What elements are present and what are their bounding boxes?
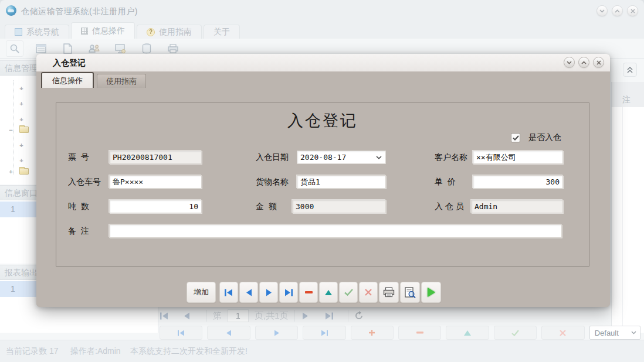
previous-page-icon[interactable] <box>183 312 201 320</box>
folder-icon[interactable] <box>19 127 29 133</box>
check-icon <box>513 135 519 141</box>
entry-checkbox[interactable] <box>511 133 520 142</box>
divider <box>294 310 295 322</box>
add-record-button[interactable] <box>351 326 394 340</box>
edit-record-button[interactable] <box>446 326 489 340</box>
status-operator: 操作者:Admin <box>70 346 121 357</box>
check-icon <box>344 289 353 296</box>
square-icon <box>15 28 22 36</box>
chevrons-up-icon <box>627 67 633 73</box>
next-page-icon[interactable] <box>301 312 318 320</box>
app-logo-icon <box>6 5 16 16</box>
next-record-button[interactable] <box>255 326 298 340</box>
dialog-tab-info-operation[interactable]: 信息操作 <box>41 72 94 88</box>
tree-expand-icon[interactable] <box>19 116 24 123</box>
refresh-icon[interactable] <box>354 311 372 320</box>
confirm-button[interactable] <box>339 282 358 303</box>
dialog-close-button[interactable] <box>593 57 604 68</box>
dialog-tab-user-guide[interactable]: 使用指南 <box>97 74 146 88</box>
dialog-button-bar: 增加 <box>187 282 441 303</box>
remark-field[interactable] <box>109 224 562 238</box>
x-icon <box>365 289 372 296</box>
remark-label: 备 注 <box>68 224 89 238</box>
tab-info-operation[interactable]: 信息操作 <box>71 22 135 39</box>
collapse-panel-button[interactable] <box>623 63 637 77</box>
tree-collapse-icon[interactable] <box>8 127 13 134</box>
close-button[interactable] <box>627 5 638 16</box>
last-record-button[interactable] <box>279 282 298 303</box>
divider <box>206 310 207 322</box>
previous-record-button[interactable] <box>239 282 258 303</box>
truck-no-label: 入仓车号 <box>68 175 101 189</box>
unit-price-label: 单 价 <box>435 175 456 189</box>
run-button[interactable] <box>421 282 441 303</box>
dialog-minimize-button[interactable] <box>564 57 575 68</box>
tree-expand-icon[interactable] <box>19 142 24 149</box>
first-icon <box>224 289 233 296</box>
amount-field[interactable] <box>292 200 386 213</box>
last-record-button[interactable] <box>303 326 345 340</box>
dialog-tab-strip: 信息操作 使用指南 <box>36 71 610 88</box>
window-title: 仓储运输管理系统(非注册用户) <box>21 6 138 17</box>
page-suffix: 页,共1页 <box>255 310 289 322</box>
truck-no-field[interactable] <box>109 175 202 189</box>
cancel-button[interactable] <box>541 326 584 340</box>
style-select[interactable]: Default <box>589 326 640 340</box>
amount-label: 金 额 <box>256 199 277 214</box>
dialog-title: 入仓登记 <box>53 58 86 69</box>
last-page-icon[interactable] <box>324 312 342 320</box>
question-icon: ? <box>147 28 155 36</box>
operator-label: 入 仓 员 <box>435 199 464 214</box>
unit-price-field[interactable] <box>473 175 563 189</box>
goods-name-label: 货物名称 <box>256 175 289 189</box>
previous-record-button[interactable] <box>207 326 250 340</box>
divider <box>348 310 348 322</box>
operator-field[interactable] <box>471 200 563 213</box>
last-icon <box>284 289 293 296</box>
main-tab-strip: 系统导航 信息操作 ? 使用指南 关于 <box>0 22 644 39</box>
customer-name-field[interactable] <box>473 151 563 164</box>
page-number-input[interactable] <box>228 309 249 322</box>
cancel-button[interactable] <box>359 282 378 303</box>
folder-icon[interactable] <box>19 168 29 175</box>
add-button[interactable]: 增加 <box>187 282 216 303</box>
first-record-button[interactable] <box>160 326 202 340</box>
next-record-button[interactable] <box>259 282 278 303</box>
dialog-maximize-button[interactable] <box>578 57 589 68</box>
confirm-button[interactable] <box>494 326 537 340</box>
delete-record-button[interactable] <box>398 326 441 340</box>
first-record-button[interactable] <box>219 282 238 303</box>
dialog-title-bar: 入仓登记 <box>36 54 610 71</box>
form-heading: 入仓登记 <box>56 110 589 131</box>
search-icon[interactable] <box>6 40 23 57</box>
entry-form-panel: 入仓登记 是否入仓 票 号 入仓日期 2020-08-17 <box>56 103 589 267</box>
print-preview-button[interactable] <box>400 282 420 303</box>
status-message: 本系统支持二次开发和全新开发! <box>130 346 248 357</box>
maximize-button[interactable] <box>612 5 623 16</box>
ticket-no-label: 票 号 <box>68 150 89 165</box>
tonnage-field[interactable] <box>109 200 202 213</box>
grid-area <box>611 107 644 333</box>
chevron-down-icon <box>376 156 382 159</box>
grid-header-partial: 注 <box>611 82 644 107</box>
tab-system-nav[interactable]: 系统导航 <box>5 25 69 39</box>
tree-expand-icon[interactable] <box>19 100 24 107</box>
minimize-button[interactable] <box>596 5 608 16</box>
ticket-no-field[interactable] <box>109 151 202 164</box>
status-bar: 当前记录数 17 操作者:Admin 本系统支持二次开发和全新开发! <box>0 340 644 362</box>
first-page-icon[interactable] <box>160 312 177 320</box>
goods-name-field[interactable] <box>297 175 386 189</box>
edit-record-button[interactable] <box>319 282 338 303</box>
tree-expand-icon[interactable] <box>8 168 13 175</box>
delete-record-button[interactable] <box>299 282 318 303</box>
play-icon <box>428 288 435 297</box>
tree-expand-icon[interactable] <box>19 157 24 164</box>
next-icon <box>265 289 273 296</box>
print-button[interactable] <box>379 282 399 303</box>
tree-expand-icon[interactable] <box>19 85 24 92</box>
entry-date-select[interactable]: 2020-08-17 <box>297 151 386 164</box>
tab-user-guide[interactable]: ? 使用指南 <box>137 25 202 39</box>
tab-about[interactable]: 关于 <box>204 25 240 39</box>
dialog-warehouse-entry: 入仓登记 信息操作 使用指南 入仓登记 <box>36 54 610 307</box>
entry-checkbox-group: 是否入仓 <box>511 132 561 143</box>
